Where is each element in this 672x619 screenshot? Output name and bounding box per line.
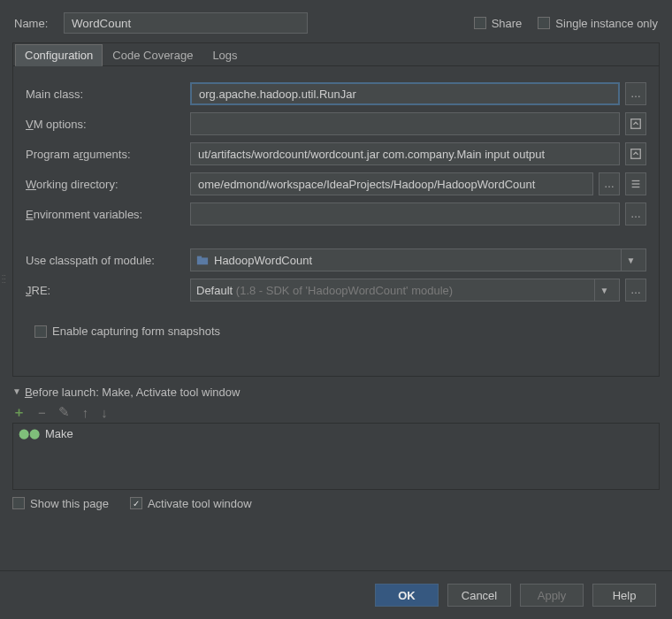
- tab-logs[interactable]: Logs: [202, 44, 247, 66]
- env-vars-input[interactable]: [190, 203, 620, 225]
- chevron-down-icon: ▼: [594, 279, 614, 301]
- move-down-button[interactable]: ↓: [101, 405, 108, 420]
- activate-tool-window-label: Activate tool window: [148, 497, 252, 510]
- apply-button[interactable]: Apply: [520, 584, 584, 607]
- chevron-down-icon: ▼: [621, 249, 640, 271]
- expand-program-args-button[interactable]: [625, 142, 646, 165]
- browse-working-dir-button[interactable]: …: [599, 172, 620, 195]
- browse-main-class-button[interactable]: …: [625, 82, 646, 105]
- before-launch-title: Before launch: Make, Activate tool windo…: [25, 386, 241, 399]
- list-icon: [630, 178, 642, 190]
- edit-step-button[interactable]: ✎: [58, 404, 70, 420]
- jre-value-detail: (1.8 - SDK of 'HadoopWordCount' module): [236, 284, 453, 297]
- ok-button[interactable]: OK: [375, 584, 439, 607]
- jre-value-prefix: Default: [196, 284, 233, 297]
- enable-snapshots-checkbox[interactable]: Enable capturing form snapshots: [34, 325, 220, 338]
- vm-options-label: VM options:: [26, 118, 185, 131]
- before-launch-list[interactable]: ⬤⬤ Make: [12, 423, 660, 490]
- cancel-button[interactable]: Cancel: [447, 584, 511, 607]
- program-arguments-label: Program arguments:: [26, 148, 185, 161]
- name-label: Name:: [14, 17, 57, 30]
- list-item[interactable]: ⬤⬤ Make: [19, 427, 653, 440]
- working-directory-label: Working directory:: [26, 178, 185, 191]
- expand-vm-options-button[interactable]: [625, 112, 646, 135]
- svg-rect-1: [631, 149, 641, 159]
- checkbox-box-icon: [538, 17, 550, 29]
- tab-code-coverage[interactable]: Code Coverage: [103, 44, 202, 66]
- program-arguments-input[interactable]: [190, 142, 620, 165]
- history-working-dir-button[interactable]: [625, 172, 646, 195]
- make-icon: ⬤⬤: [19, 428, 40, 439]
- checkbox-box-icon: [34, 325, 47, 338]
- env-vars-label: Environment variables:: [26, 208, 185, 221]
- single-instance-label: Single instance only: [555, 17, 658, 30]
- classpath-module-select[interactable]: HadoopWordCount ▼: [190, 248, 646, 271]
- remove-step-button[interactable]: −: [38, 405, 46, 420]
- classpath-label: Use classpath of module:: [26, 254, 185, 267]
- show-this-page-checkbox[interactable]: Show this page: [12, 497, 109, 510]
- before-launch-header[interactable]: ▼ Before launch: Make, Activate tool win…: [12, 386, 660, 399]
- show-this-page-label: Show this page: [30, 497, 109, 510]
- tab-configuration[interactable]: Configuration: [15, 44, 103, 66]
- jre-label: JRE:: [26, 284, 185, 297]
- expand-icon: [630, 118, 642, 130]
- add-step-button[interactable]: ＋: [12, 404, 26, 421]
- working-directory-input[interactable]: [190, 172, 593, 195]
- resize-grip[interactable]: ······: [2, 274, 5, 285]
- share-checkbox[interactable]: Share: [474, 17, 523, 30]
- collapse-triangle-icon: ▼: [12, 386, 21, 396]
- help-button[interactable]: Help: [592, 584, 656, 607]
- svg-rect-6: [197, 256, 202, 259]
- main-class-input[interactable]: [190, 82, 620, 105]
- checkbox-box-icon: ✓: [130, 497, 142, 509]
- svg-rect-5: [197, 257, 208, 264]
- svg-rect-0: [631, 119, 641, 129]
- checkbox-box-icon: [12, 497, 25, 509]
- browse-env-vars-button[interactable]: …: [625, 203, 646, 225]
- main-class-label: Main class:: [26, 88, 185, 101]
- module-icon: [196, 254, 209, 266]
- share-label: Share: [492, 17, 523, 30]
- name-input[interactable]: [64, 12, 308, 34]
- enable-snapshots-label: Enable capturing form snapshots: [52, 325, 220, 338]
- jre-select[interactable]: Default (1.8 - SDK of 'HadoopWordCount' …: [190, 279, 620, 302]
- before-launch-item-label: Make: [45, 427, 73, 440]
- single-instance-checkbox[interactable]: Single instance only: [538, 17, 658, 30]
- activate-tool-window-checkbox[interactable]: ✓ Activate tool window: [130, 497, 252, 510]
- browse-jre-button[interactable]: …: [625, 279, 646, 302]
- checkbox-box-icon: [474, 17, 486, 29]
- classpath-module-value: HadoopWordCount: [214, 254, 312, 267]
- expand-icon: [630, 148, 642, 160]
- move-up-button[interactable]: ↑: [82, 405, 89, 420]
- vm-options-input[interactable]: [190, 112, 620, 135]
